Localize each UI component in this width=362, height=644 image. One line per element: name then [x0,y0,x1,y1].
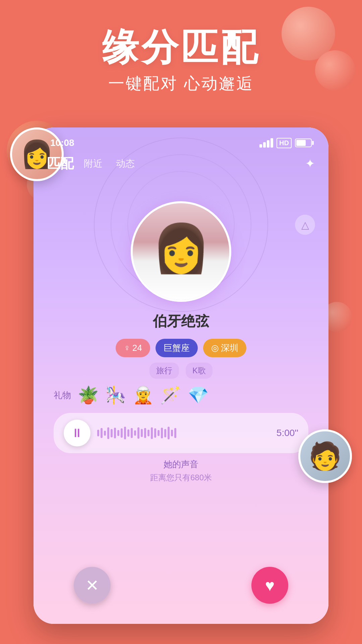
status-right: HD [259,138,312,148]
header-area: 缘分匹配 一键配对 心动邂逅 [0,27,362,94]
gift-5: 💎 [188,385,208,405]
zodiac-tag: 巨蟹座 [156,339,198,357]
wave-bar-16 [151,427,153,439]
hd-badge: HD [277,138,292,148]
gift-2: 🎠 [105,385,126,405]
wave-bar-5 [114,428,116,438]
profile-area: 👩 伯牙绝弦 ♀ 24 巨蟹座 ◎ 深圳 旅行 [47,181,315,483]
wave-bar-23 [174,428,176,438]
wave-bar-9 [127,429,129,437]
float-avatar-right: 🧑 [298,429,352,483]
wave-bar-14 [144,428,146,438]
interest-karaoke: K歌 [186,363,213,379]
battery-fill [296,140,306,146]
gift-3: 🧝 [133,385,154,405]
wave-bar-8 [124,427,126,439]
phone-screen: 10:08 HD 匹配 附近 动态 ✦ [34,127,328,624]
interests-row: 旅行 K歌 [149,363,213,379]
interest-travel: 旅行 [149,363,179,379]
wave-bar-22 [171,430,173,436]
wave-bar-3 [107,427,109,439]
battery-icon [295,139,312,147]
wave-bar-17 [154,428,156,438]
waveform [97,426,270,440]
avatar-image: 👩 [133,203,229,300]
gender-icon: ♀ [124,343,130,353]
nav-nearby-tab[interactable]: 附近 [84,157,103,170]
gift-1: 🪴 [78,385,99,405]
tags-row: ♀ 24 巨蟹座 ◎ 深圳 [116,339,246,357]
voice-distance: 距离您只有680米 [150,472,212,483]
wave-bar-1 [101,428,103,438]
float-person-male: 🧑 [300,431,350,481]
wave-bar-20 [164,429,166,437]
status-bar: 10:08 HD [50,138,312,148]
signal-bar-3 [267,140,269,148]
avatar-container: 👩 [131,201,231,302]
voice-label-text: 她的声音 [150,459,212,470]
gift-4: 🪄 [160,385,181,405]
wave-bar-19 [161,428,163,438]
wave-bar-13 [141,429,143,437]
age-tag: ♀ 24 [116,339,150,357]
city-value: 深圳 [221,342,238,354]
sub-title: 一键配对 心动邂逅 [0,73,362,94]
warning-icon[interactable]: △ [295,215,315,235]
profile-avatar: 👩 [131,201,231,302]
wave-bar-18 [158,430,160,436]
gifts-row: 礼物 🪴 🎠 🧝 🪄 💎 [47,385,315,405]
voice-label-area: 她的声音 距离您只有680米 [150,459,212,483]
wave-bar-0 [97,430,99,436]
wave-bar-4 [111,429,113,437]
audio-player[interactable]: ⏸ 5:00'' [54,413,308,453]
male-emoji-icon: 🧑 [308,443,342,470]
gifts-label: 礼物 [54,389,71,401]
city-tag: ◎ 深圳 [203,339,246,357]
location-icon: ◎ [211,343,219,353]
reject-button[interactable]: ✕ [74,567,111,604]
pause-icon: ⏸ [71,426,83,440]
wave-bar-12 [137,427,139,439]
heart-icon: ♥ [265,576,275,595]
audio-duration: 5:00'' [277,428,298,438]
wave-bar-11 [134,430,136,436]
wave-bar-21 [168,427,170,439]
main-title: 缘分匹配 [0,27,362,67]
triangle-icon: △ [301,219,309,231]
nav-tabs[interactable]: 附近 动态 [84,157,135,170]
action-buttons: ✕ ♥ [34,567,328,604]
phone-mockup: 10:08 HD 匹配 附近 动态 ✦ [34,127,328,624]
play-button[interactable]: ⏸ [64,420,90,446]
signal-bar-2 [263,142,266,148]
nav-feed-tab[interactable]: 动态 [116,157,135,170]
like-button[interactable]: ♥ [251,567,288,604]
wave-bar-10 [131,428,133,438]
wave-bar-6 [117,430,119,436]
signal-bars [259,138,273,148]
avatar-emoji: 👩 [152,225,210,272]
wave-bar-7 [121,428,123,438]
signal-bar-4 [270,138,273,148]
reject-icon: ✕ [85,576,99,595]
nav-bar[interactable]: 匹配 附近 动态 ✦ [47,154,315,173]
status-time: 10:08 [50,138,74,148]
star-icon[interactable]: ✦ [305,157,315,171]
nav-match-label[interactable]: 匹配 [47,154,74,173]
signal-bar-1 [259,144,262,148]
wave-bar-15 [147,430,149,436]
profile-name: 伯牙绝弦 [153,312,209,331]
age-value: 24 [132,343,142,353]
wave-bar-2 [104,431,106,436]
